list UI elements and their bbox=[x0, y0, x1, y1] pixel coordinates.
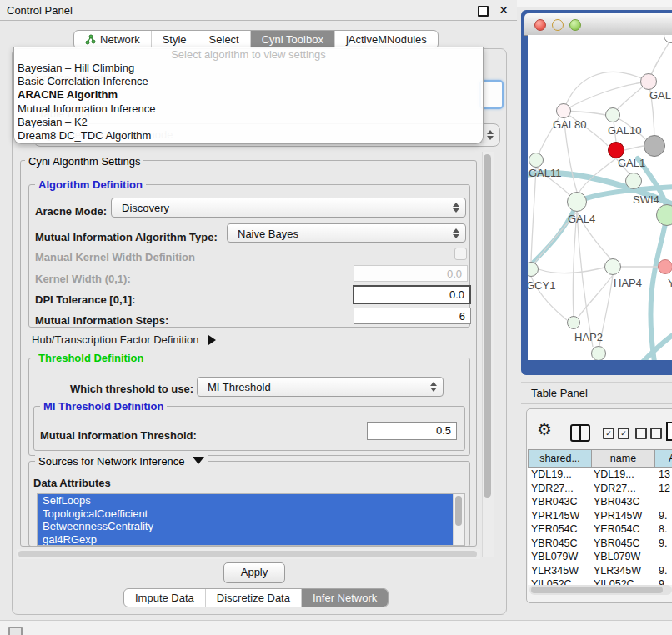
which-threshold-combo[interactable]: MI Threshold bbox=[197, 377, 444, 397]
node-gal80[interactable] bbox=[556, 103, 571, 118]
node-hap2[interactable] bbox=[567, 316, 580, 329]
node-gal10[interactable] bbox=[605, 108, 620, 122]
dropdown-item[interactable]: Dream8 DC_TDC Algorithm bbox=[14, 129, 483, 142]
node[interactable] bbox=[591, 346, 606, 360]
cell[interactable]: YBL079W bbox=[594, 551, 640, 562]
node[interactable] bbox=[625, 172, 642, 189]
cell[interactable]: YPR145W bbox=[531, 510, 579, 522]
settings-vertical-scrollbar[interactable] bbox=[482, 152, 494, 557]
unchecked-checkbox-icon[interactable] bbox=[650, 428, 662, 439]
cell[interactable]: YBR045C bbox=[594, 538, 640, 549]
panel-grip-icon[interactable] bbox=[8, 627, 23, 635]
minimize-traffic-light-icon[interactable] bbox=[552, 19, 564, 31]
table-function-icon[interactable] bbox=[666, 422, 672, 441]
scrollbar-thumb[interactable] bbox=[531, 587, 663, 593]
sources-group-title[interactable]: Sources for Network Inference bbox=[35, 455, 208, 468]
table-horizontal-scrollbar[interactable] bbox=[529, 585, 672, 595]
cell[interactable]: 9. bbox=[659, 510, 667, 522]
node-gal11[interactable] bbox=[529, 152, 544, 168]
cell[interactable]: YBR045C bbox=[531, 538, 578, 549]
node-label: GAL4 bbox=[568, 212, 595, 225]
tab-infer-network[interactable]: Infer Network bbox=[301, 589, 388, 607]
close-traffic-light-icon[interactable] bbox=[534, 19, 546, 31]
column-header-cut[interactable]: A bbox=[655, 449, 672, 468]
cell[interactable]: YDR27... bbox=[531, 482, 574, 494]
list-vertical-scrollbar[interactable] bbox=[453, 494, 464, 545]
cell[interactable]: 8. bbox=[659, 523, 667, 535]
settings-horizontal-scrollbar[interactable] bbox=[17, 549, 480, 559]
checked-checkbox-icon[interactable]: ✓ bbox=[603, 428, 614, 439]
tab-impute-data[interactable]: Impute Data bbox=[124, 589, 205, 607]
list-item-selected[interactable]: BetweennessCentrality bbox=[38, 520, 454, 533]
node-swi4[interactable] bbox=[656, 204, 672, 226]
cell[interactable]: YBL079W bbox=[531, 551, 578, 562]
hub-definition-expander[interactable]: Hub/Transcription Factor Definition bbox=[32, 333, 216, 346]
cell[interactable]: YIL052C bbox=[531, 578, 572, 585]
network-canvas[interactable]: GAL GAL80 GAL10 GAL1 GAL11 SWI4 GAL4 GCY… bbox=[528, 35, 672, 360]
tab-jactivemnodules[interactable]: jActiveMNodules bbox=[334, 31, 438, 48]
close-icon[interactable]: ✕ bbox=[499, 3, 509, 17]
float-window-icon[interactable] bbox=[478, 6, 489, 17]
list-item-selected[interactable]: gal4RGexp bbox=[38, 533, 454, 547]
column-header-name[interactable]: name bbox=[592, 449, 655, 468]
tab-style[interactable]: Style bbox=[151, 31, 198, 48]
cyni-bottom-tabbar: Impute Data Discretize Data Infer Networ… bbox=[123, 588, 389, 608]
node-hap4[interactable] bbox=[604, 258, 621, 275]
tab-discretize-data[interactable]: Discretize Data bbox=[205, 589, 301, 607]
cell[interactable]: YIL052C bbox=[594, 578, 634, 585]
dropdown-item[interactable]: Basic Correlation Inference bbox=[14, 75, 483, 88]
mi-type-combo[interactable]: Naive Bayes bbox=[227, 223, 466, 242]
cell[interactable]: 12 bbox=[659, 482, 670, 494]
cell[interactable]: 9. bbox=[659, 538, 667, 549]
mi-threshold-field[interactable]: 0.5 bbox=[367, 422, 457, 440]
cell[interactable]: YER054C bbox=[531, 523, 578, 535]
node-gray[interactable] bbox=[644, 135, 665, 157]
dropdown-item[interactable]: Bayesian – K2 bbox=[14, 116, 483, 129]
cell[interactable]: YLR345W bbox=[531, 565, 579, 577]
list-item-selected[interactable]: TopologicalCoefficient bbox=[38, 508, 454, 521]
dpi-tolerance-field[interactable]: 0.0 bbox=[353, 285, 471, 304]
split-columns-icon[interactable] bbox=[570, 424, 590, 442]
tab-network[interactable]: Network bbox=[74, 31, 151, 48]
network-window-titlebar[interactable] bbox=[524, 13, 672, 36]
node-gal1-red[interactable] bbox=[608, 142, 624, 158]
node-gal-cut[interactable] bbox=[640, 73, 657, 90]
node-salmon[interactable] bbox=[658, 259, 672, 274]
tab-cyni-toolbox[interactable]: Cyni Toolbox bbox=[250, 31, 334, 48]
dropdown-item-selected[interactable]: ARACNE Algorithm bbox=[14, 88, 483, 102]
scrollbar-thumb[interactable] bbox=[455, 496, 462, 526]
cell[interactable]: YDL19... bbox=[594, 468, 634, 480]
manual-kernel-checkbox[interactable] bbox=[454, 248, 467, 260]
aracne-mode-combo[interactable]: Discovery bbox=[111, 198, 466, 218]
cell[interactable]: 13 bbox=[659, 468, 670, 480]
gear-icon[interactable]: ⚙ bbox=[537, 421, 552, 438]
node-gal4[interactable] bbox=[567, 192, 587, 212]
cell[interactable]: 9. bbox=[659, 565, 667, 577]
kernel-width-label: Kernel Width (0,1): bbox=[35, 272, 131, 285]
cell[interactable]: YBR043C bbox=[594, 496, 640, 508]
table-panel-header: Table Panel bbox=[521, 382, 672, 404]
kernel-width-field[interactable]: 0.0 bbox=[354, 265, 468, 282]
cell[interactable]: 9 bbox=[659, 578, 664, 585]
stepper-icon bbox=[430, 381, 438, 392]
dropdown-item[interactable]: Mutual Information Inference bbox=[14, 102, 483, 116]
zoom-traffic-light-icon[interactable] bbox=[569, 19, 581, 31]
scrollbar-thumb[interactable] bbox=[484, 154, 491, 498]
list-item-selected[interactable]: SelfLoops bbox=[38, 494, 454, 508]
scrollbar-thumb[interactable] bbox=[18, 551, 477, 558]
mi-steps-label: Mutual Information Steps: bbox=[35, 314, 168, 327]
cell[interactable]: YPR145W bbox=[594, 510, 642, 522]
cell[interactable]: YER054C bbox=[594, 523, 640, 535]
cell[interactable]: YDR27... bbox=[594, 482, 636, 494]
chevron-right-icon bbox=[208, 335, 216, 345]
dropdown-item[interactable]: Bayesian – Hill Climbing bbox=[14, 62, 483, 75]
mi-steps-field[interactable]: 6 bbox=[354, 308, 471, 324]
checked-checkbox-icon[interactable]: ✓ bbox=[618, 428, 629, 439]
tab-select[interactable]: Select bbox=[198, 31, 250, 48]
column-header-shared[interactable]: shared... bbox=[528, 449, 592, 468]
cell[interactable]: YBR043C bbox=[531, 496, 578, 508]
cell[interactable]: YLR345W bbox=[594, 565, 641, 577]
unchecked-checkbox-icon[interactable] bbox=[635, 428, 647, 439]
apply-button[interactable]: Apply bbox=[223, 562, 285, 583]
cell[interactable]: YDL19... bbox=[531, 468, 572, 480]
